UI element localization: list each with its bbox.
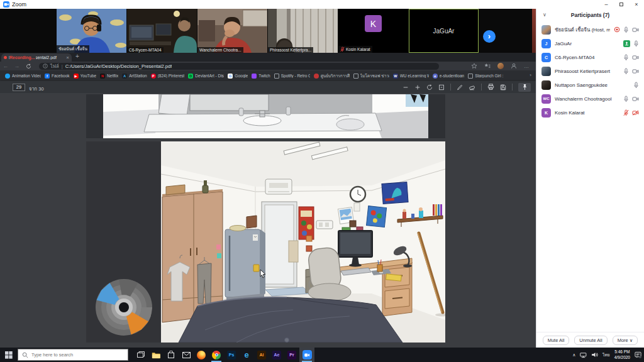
rotate-icon[interactable] (426, 84, 433, 90)
zoom-in-icon[interactable] (414, 84, 421, 90)
premiere-button[interactable]: Pr (284, 348, 299, 362)
zoom-out-icon[interactable] (402, 84, 409, 90)
page-icon (468, 74, 473, 79)
network-icon[interactable] (580, 352, 587, 358)
print-icon[interactable] (487, 84, 494, 90)
start-button[interactable] (0, 348, 18, 362)
bookmark-item[interactable]: AArtStation (122, 74, 147, 79)
video-tile-host[interactable]: ชัยอนันต์ เชื้อจีน (57, 9, 126, 53)
forward-icon[interactable]: → (11, 62, 23, 70)
eraser-icon[interactable] (469, 84, 475, 90)
photoshop-button[interactable]: Ps (224, 348, 239, 362)
site-icon (314, 74, 319, 79)
chrome-button[interactable] (209, 348, 224, 362)
video-tile-c6-rycen[interactable]: C6-Rycen-MTA04 (127, 9, 197, 53)
next-videos-button[interactable]: › (483, 30, 496, 43)
pdf-page-30 (86, 141, 445, 343)
task-view-button[interactable] (133, 348, 148, 362)
bookmark-item[interactable]: ee-studentloan (433, 74, 464, 79)
new-tab-button[interactable]: + (75, 53, 79, 60)
favorites-list-icon[interactable] (484, 63, 491, 69)
pin-toolbar-button[interactable] (518, 83, 531, 92)
participant-row-wanchalerm[interactable]: WC Wanchalerm Chootragool (536, 92, 644, 106)
windows-logo-icon (5, 351, 13, 359)
after-effects-button[interactable]: Ae (269, 348, 284, 362)
participant-row-host[interactable]: ชัยอนันต์ เชื้อจีน (Host, me) (536, 23, 644, 36)
bookmark-item[interactable]: Spotify - Retro Ga... (274, 74, 310, 79)
close-button[interactable]: × (629, 0, 644, 9)
mic-icon[interactable] (633, 40, 639, 47)
browser-tab[interactable]: Decision_Presentai2.pdf Recording... × (1, 53, 72, 62)
participant-row-nuttapon[interactable]: Nuttapon Saengpukdee (536, 78, 644, 92)
participant-row-c6-rycen[interactable]: C C6-Rycen-MTA04 (536, 50, 644, 64)
participant-row-jaguar[interactable]: J JaGuAr (536, 36, 644, 50)
mute-all-button[interactable]: Mute All (543, 336, 570, 345)
mic-icon[interactable] (623, 26, 629, 33)
tab-close-icon[interactable]: × (66, 55, 69, 60)
video-tile-wanchalerm[interactable]: Wanchalerm Chootra... (197, 9, 267, 53)
maximize-button[interactable] (614, 0, 629, 9)
bookmark-item[interactable]: Twitch (252, 74, 270, 79)
language-indicator[interactable]: ไทย (602, 352, 609, 358)
store-button[interactable] (164, 348, 179, 362)
video-tile-kosin[interactable]: K Kosin Kalarat (338, 9, 408, 53)
camera-off-icon[interactable] (632, 110, 639, 116)
taskbar-clock[interactable]: 5:46 PM 4/9/2020 (614, 349, 630, 361)
profile-avatar[interactable] (497, 63, 504, 69)
bookmark-item[interactable]: ไมโครซอฟ ข่าวสารสำคัญ... (353, 73, 389, 79)
firefox-button[interactable] (194, 348, 209, 362)
camera-icon[interactable] (632, 69, 639, 74)
bookmark-item[interactable]: ▶YouTube (74, 74, 97, 79)
video-tile-name: JaGuAr (433, 28, 455, 35)
participant-row-kosin[interactable]: K Kosin Kalarat (536, 106, 644, 119)
avatar: WC (541, 94, 551, 104)
file-explorer-button[interactable] (148, 348, 164, 362)
bookmark-item[interactable]: NNetflix (100, 74, 118, 79)
camera-icon[interactable] (632, 27, 639, 33)
reload-icon[interactable] (23, 63, 34, 69)
more-button[interactable]: More ∨ (613, 336, 638, 345)
account-icon[interactable] (511, 63, 517, 69)
mail-button[interactable] (179, 348, 194, 362)
page-number-input[interactable]: 29 (13, 84, 25, 91)
bookmark-item[interactable]: WWU eLearning Wala... (393, 74, 429, 79)
bookmark-star-icon[interactable] (471, 63, 477, 69)
unmute-all-button[interactable]: Unmute All (574, 336, 607, 345)
browser-menu-icon[interactable]: … (524, 63, 530, 69)
fit-page-icon[interactable] (438, 84, 445, 90)
bookmarks-overflow-icon[interactable]: › (528, 72, 533, 78)
participant-name: JaGuAr (555, 41, 619, 47)
page-info-icon[interactable] (43, 63, 48, 69)
bookmark-item[interactable]: DDeviantArt - Discov... (188, 74, 224, 79)
mic-icon[interactable] (623, 96, 629, 102)
illustrator-button[interactable]: Ai (254, 348, 269, 362)
bookmark-item[interactable]: Animation Videos o... (5, 74, 41, 79)
back-icon[interactable]: ← (0, 62, 11, 70)
bookmark-item[interactable]: Starpunch Girl : Sta... (468, 74, 504, 79)
video-tile-jaguar-active-speaker[interactable]: JaGuAr (409, 9, 479, 53)
search-input[interactable] (31, 352, 119, 358)
address-bar[interactable]: ไฟล์ | C:/Users/JaGuAr/Desktop/Decision_… (39, 63, 439, 70)
zoom-taskbar-button[interactable] (299, 348, 314, 362)
bookmark-item[interactable]: P(824) Pinterest (151, 74, 185, 79)
save-icon[interactable] (500, 84, 506, 90)
volume-icon[interactable] (591, 352, 598, 358)
bookmark-item[interactable]: fFacebook (45, 74, 70, 79)
mic-muted-icon[interactable] (623, 109, 629, 116)
participant-row-phirasoost[interactable]: Phirasoost Ketlertprasert (536, 64, 644, 78)
taskbar-search[interactable] (18, 349, 128, 361)
draw-pen-icon[interactable] (457, 84, 463, 90)
video-tile-phirasoost[interactable]: Phirasoost Ketlertpra... (268, 9, 338, 53)
action-center-icon[interactable] (635, 351, 641, 358)
pdf-viewer[interactable] (0, 93, 536, 348)
minimize-button[interactable]: – (599, 0, 614, 9)
mic-icon[interactable] (633, 82, 639, 89)
bookmark-item[interactable]: GGoogle (228, 74, 248, 79)
edge-button[interactable]: e (239, 348, 254, 362)
camera-icon[interactable] (632, 55, 639, 60)
mic-icon[interactable] (623, 68, 629, 75)
mic-icon[interactable] (623, 54, 629, 61)
video-tile-name: Phirasoost Ketlertpra... (268, 47, 313, 53)
camera-icon[interactable] (632, 96, 639, 102)
bookmark-item[interactable]: ศูนย์บริการการศึกษา ม... (314, 73, 350, 79)
